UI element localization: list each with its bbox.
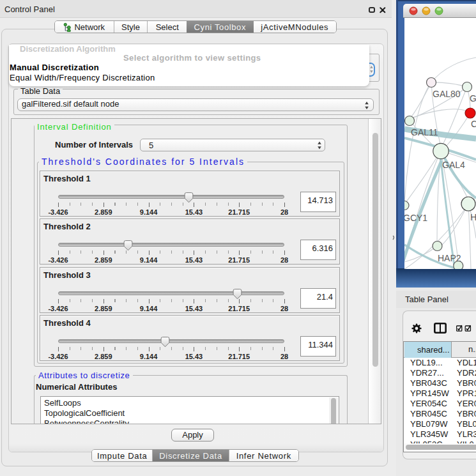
svg-text:GA: GA bbox=[470, 93, 476, 104]
svg-text:GAL11: GAL11 bbox=[411, 127, 438, 137]
svg-text:H: H bbox=[470, 212, 476, 222]
svg-text:GAL80: GAL80 bbox=[433, 89, 461, 99]
svg-text:GAL4: GAL4 bbox=[442, 160, 465, 170]
svg-text:GCY1: GCY1 bbox=[404, 213, 427, 223]
svg-text:HAP2: HAP2 bbox=[438, 253, 461, 263]
svg-text:C: C bbox=[471, 119, 476, 129]
